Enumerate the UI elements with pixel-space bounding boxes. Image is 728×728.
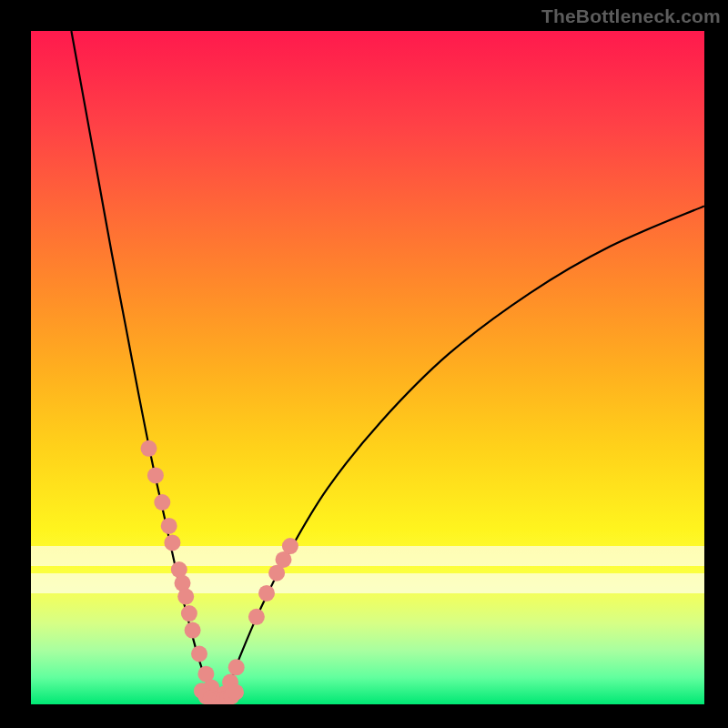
marker-dot xyxy=(177,589,194,605)
marker-dot xyxy=(161,518,177,534)
plot-area xyxy=(31,31,704,704)
curve-left-branch xyxy=(71,31,219,703)
marker-dot xyxy=(282,538,298,554)
marker-dot xyxy=(228,659,245,675)
chart-svg xyxy=(31,31,704,704)
watermark: TheBottleneck.com xyxy=(541,5,721,27)
marker-dot xyxy=(164,534,180,551)
marker-dot xyxy=(181,605,197,622)
marker-dot xyxy=(191,646,207,662)
marker-dot xyxy=(147,467,164,483)
marker-dot xyxy=(141,440,157,457)
marker-dot xyxy=(258,585,275,602)
marker-dot xyxy=(248,609,265,625)
marker-dot xyxy=(228,684,244,701)
curve-right-branch xyxy=(219,206,704,702)
marker-dot xyxy=(154,494,170,511)
marker-dot xyxy=(185,622,201,639)
outer-frame: TheBottleneck.com xyxy=(0,0,728,728)
